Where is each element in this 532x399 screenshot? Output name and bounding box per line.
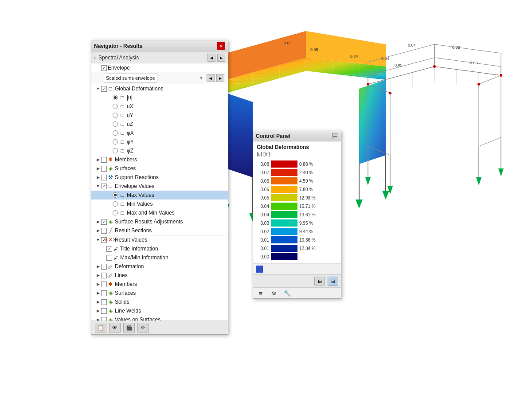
svg-text:0.04: 0.04 — [408, 43, 416, 47]
max-min-info-item[interactable]: 🖊 Max/Min Information — [91, 253, 228, 262]
svg-text:0.04: 0.04 — [350, 54, 358, 59]
solids-item[interactable]: ◈ Solids — [91, 297, 228, 306]
nav-prev-button[interactable]: ◄ — [207, 54, 215, 62]
close-button[interactable]: × — [217, 42, 225, 50]
surfaces2-checkbox[interactable] — [101, 290, 107, 296]
members-checkbox[interactable] — [101, 157, 107, 163]
phix-radio[interactable] — [113, 130, 118, 136]
solids-checkbox[interactable] — [101, 299, 107, 305]
uy-item[interactable]: □ uY — [91, 111, 228, 120]
envelope-item[interactable]: Envelope — [91, 63, 228, 72]
line-welds-checkbox[interactable] — [101, 308, 107, 314]
surface-results-expand-icon — [95, 219, 101, 225]
max-min-values-item[interactable]: □ Max and Min Values — [91, 208, 228, 217]
max-min-info-checkbox[interactable] — [106, 255, 112, 261]
deformation-item[interactable]: 🖊 Deformation — [91, 262, 228, 271]
support-reactions-checkbox[interactable] — [101, 175, 107, 180]
scaled-sums-wrapper[interactable]: Scaled sums envelope — [104, 74, 205, 82]
members-icon: ✱ — [107, 156, 114, 163]
phiy-item[interactable]: □ φY — [91, 137, 228, 146]
max-min-info-icon: 🖊 — [112, 254, 119, 261]
phix-item[interactable]: □ φX — [91, 129, 228, 137]
svg-text:0.03: 0.03 — [470, 61, 478, 65]
navigator-title: Navigator - Results — [94, 43, 142, 49]
ux-item[interactable]: □ uX — [91, 102, 228, 111]
uy-label: uY — [127, 112, 133, 118]
envelope-values-checkbox[interactable] — [101, 184, 107, 189]
min-values-label: Min Values — [127, 201, 153, 207]
global-deformations-item[interactable]: □ Global Deformations — [91, 84, 228, 93]
surface-results-checkbox[interactable] — [101, 219, 107, 225]
envelope-values-item[interactable]: □ Envelope Values — [91, 182, 228, 191]
phiy-radio[interactable] — [113, 139, 118, 145]
members2-checkbox[interactable] — [101, 282, 107, 287]
surfaces2-item[interactable]: ◈ Surfaces — [91, 289, 228, 297]
cp-collapse-button[interactable]: ⊟ — [328, 277, 338, 286]
nav-view-button[interactable]: 👁 — [109, 323, 121, 332]
result-sections-checkbox[interactable] — [101, 228, 107, 234]
support-reactions-label: Support Reactions — [115, 174, 159, 180]
u-abs-item[interactable]: □ |u| — [91, 93, 228, 102]
nav-list-button[interactable]: 📋 — [95, 323, 106, 332]
surfaces2-expand-icon — [95, 290, 101, 296]
svg-text:0.05: 0.05 — [395, 63, 403, 67]
legend-percent: 12.34 % — [299, 246, 316, 251]
lines-checkbox[interactable] — [101, 273, 107, 278]
cp-expand-button[interactable]: ⊞ — [314, 277, 325, 286]
legend-value: 0.02 — [257, 229, 269, 234]
uy-radio[interactable] — [113, 113, 118, 118]
svg-marker-2 — [226, 31, 306, 80]
cp-tab-list[interactable]: ≡ — [256, 289, 266, 297]
nav-animate-button[interactable]: 🎬 — [123, 323, 135, 332]
surface-results-item[interactable]: ◈ Surface Results Adjustments — [91, 217, 228, 226]
line-welds-item[interactable]: ◈ Line Welds — [91, 306, 228, 315]
cp-tab-balance[interactable]: ⚖ — [269, 289, 279, 297]
values-checkbox[interactable] — [101, 317, 107, 321]
scaled-prev-button[interactable]: ◄ — [207, 74, 215, 82]
members2-item[interactable]: ✱ Members — [91, 280, 228, 289]
scaled-sums-select[interactable]: Scaled sums envelope — [104, 74, 157, 82]
legend-row: 0.080.88 % — [257, 160, 337, 168]
deformation-label: Deformation — [115, 263, 144, 270]
ux-radio[interactable] — [113, 104, 118, 109]
nav-edit-button[interactable]: ✏ — [137, 323, 149, 332]
members-item[interactable]: ✱ Members — [91, 155, 228, 164]
legend-color-bar — [271, 219, 297, 227]
title-info-item[interactable]: 🖊 Title Information — [91, 244, 228, 253]
title-info-label: Title Information — [120, 246, 158, 252]
legend-percent: 9.44 % — [299, 229, 313, 234]
title-info-checkbox[interactable] — [106, 246, 112, 252]
global-def-checkbox[interactable] — [101, 86, 107, 92]
support-reactions-item[interactable]: ⚒ Support Reactions — [91, 173, 228, 182]
uz-radio[interactable] — [113, 121, 118, 127]
legend-value: 0.06 — [257, 179, 269, 184]
scaled-next-button[interactable]: ► — [216, 74, 224, 82]
uz-item[interactable]: □ uZ — [91, 120, 228, 129]
result-values-item[interactable]: ✕✕✕ Result Values — [91, 235, 228, 244]
max-min-radio[interactable] — [113, 210, 118, 215]
nav-next-button[interactable]: ► — [217, 54, 225, 62]
svg-marker-23 — [356, 200, 363, 208]
envelope-checkbox[interactable] — [101, 65, 107, 71]
svg-marker-43 — [365, 177, 371, 185]
min-values-item[interactable]: □ Min Values — [91, 200, 228, 208]
lines-item[interactable]: 🖊 Lines — [91, 271, 228, 280]
legend-percent: 2.40 % — [299, 170, 313, 175]
legend-percent: 12.93 % — [299, 196, 316, 200]
cp-tab-settings[interactable]: 🔧 — [282, 289, 292, 297]
surfaces-checkbox[interactable] — [101, 166, 107, 172]
min-values-radio[interactable] — [113, 201, 118, 207]
max-values-radio[interactable] — [113, 192, 118, 198]
members-label: Members — [115, 156, 137, 163]
max-values-item[interactable]: □ Max Values — [91, 191, 228, 200]
cp-minimize-button[interactable]: — — [332, 133, 338, 139]
result-sections-item[interactable]: ╱ Result Sections — [91, 226, 228, 235]
legend-value: 0.03 — [257, 221, 269, 226]
u-abs-radio[interactable] — [113, 95, 118, 100]
phiz-radio[interactable] — [113, 148, 118, 153]
surfaces-item[interactable]: ◈ Surfaces — [91, 164, 228, 173]
values-on-surfaces-item[interactable]: ◈ Values on Surfaces — [91, 315, 228, 321]
deformation-checkbox[interactable] — [101, 264, 107, 270]
phiz-item[interactable]: □ φZ — [91, 146, 228, 155]
svg-marker-46 — [498, 168, 504, 176]
